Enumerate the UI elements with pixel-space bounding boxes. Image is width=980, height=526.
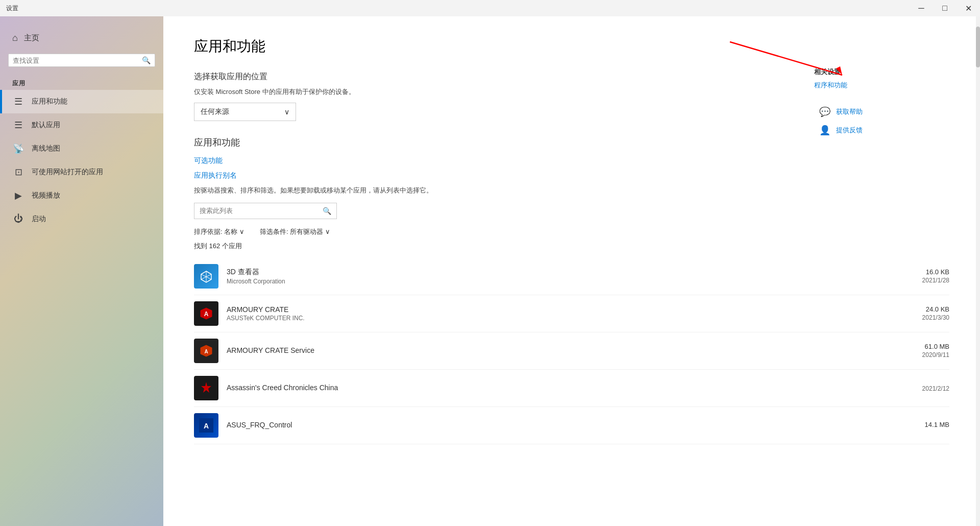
app-icon-assassins-creed [194,376,218,400]
sidebar-item-website-apps-label: 可使用网站打开的应用 [32,168,103,177]
app-icon-asus-frq: A [194,413,218,438]
found-count: 找到 162 个应用 [194,242,949,251]
sidebar-search-icon: 🔍 [142,56,151,64]
sidebar-item-startup-label: 启动 [32,214,46,224]
scrollbar-thumb[interactable] [976,27,980,67]
sidebar-item-video-playback-label: 视频播放 [32,191,60,200]
feedback-link[interactable]: 提供反馈 [836,126,863,135]
sort-filter-row: 排序依据: 名称 ∨ 筛选条件: 所有驱动器 ∨ [194,227,949,236]
source-dropdown-value: 任何来源 [201,107,229,116]
app-size-armoury-crate: 24.0 KB [909,305,949,313]
app-icon-armoury-crate-service: A [194,339,218,363]
home-icon: ⌂ [12,33,18,43]
app-info-3d-viewer: 3D 查看器 Microsoft Corporation [227,268,900,285]
app-size-asus-frq: 14.1 MB [909,421,949,428]
app-date-3d-viewer: 2021/1/28 [909,277,949,284]
sort-label: 排序依据: 名称 [194,227,237,236]
sidebar-item-offline-maps-label: 离线地图 [32,144,60,153]
app-body: ⌂ 主页 🔍 应用 ☰ 应用和功能 ☰ 默认应用 📡 离线地图 ⊡ 可使用网站打… [0,16,980,526]
filter-chevron-icon: ∨ [325,228,330,235]
app-item-asus-frq[interactable]: A ASUS_FRQ_Control 14.1 MB [194,407,949,444]
page-title: 应用和功能 [194,37,949,56]
related-settings-title: 相关设置 [814,67,847,77]
sidebar-item-apps-features[interactable]: ☰ 应用和功能 [0,90,163,113]
list-search-input[interactable] [200,207,323,214]
app-meta-armoury-crate-service: 61.0 MB 2020/9/11 [909,343,949,358]
svg-text:A: A [204,422,209,430]
minimize-button[interactable]: ─ [910,0,933,16]
offline-maps-icon: 📡 [12,143,24,154]
app-item-armoury-crate-service[interactable]: A ARMOURY CRATE Service 61.0 MB 2020/9/1… [194,332,949,370]
app-icon-3d-viewer [194,264,218,289]
app-publisher-armoury-crate: ASUSTeK COMPUTER INC. [227,315,900,322]
sort-option[interactable]: 排序依据: 名称 ∨ [194,227,244,236]
sidebar-item-default-apps-label: 默认应用 [32,121,60,130]
svg-text:A: A [204,310,209,318]
app-execution-alias-link[interactable]: 应用执行别名 [194,171,237,180]
app-meta-armoury-crate: 24.0 KB 2021/3/30 [909,305,949,321]
app-meta-assassins-creed: 2021/2/12 [909,384,949,392]
sidebar-item-video-playback[interactable]: ▶ 视频播放 [0,184,163,207]
sidebar-item-offline-maps[interactable]: 📡 离线地图 [0,137,163,160]
list-description: 按驱动器搜索、排序和筛选。如果想要卸载或移动某个应用，请从列表中选择它。 [194,185,949,196]
app-name-assassins-creed: Assassin's Creed Chronicles China [227,384,900,392]
dropdown-arrow-icon: ∨ [284,108,289,116]
sidebar-section-label: 应用 [0,75,163,90]
sidebar-home-label: 主页 [24,33,39,43]
website-apps-icon: ⊡ [12,166,24,178]
sidebar: ⌂ 主页 🔍 应用 ☰ 应用和功能 ☰ 默认应用 📡 离线地图 ⊡ 可使用网站打… [0,16,163,526]
list-search-box[interactable]: 🔍 [194,203,337,219]
app-name-asus-frq: ASUS_FRQ_Control [227,421,900,429]
sidebar-search-box[interactable]: 🔍 [8,54,155,67]
sidebar-search-input[interactable] [13,57,142,64]
feedback-icon: 👤 [819,124,831,136]
filter-option[interactable]: 筛选条件: 所有驱动器 ∨ [260,227,330,236]
sort-chevron-icon: ∨ [239,228,244,235]
related-settings-panel: 相关设置 程序和功能 [814,67,847,92]
app-meta-asus-frq: 14.1 MB [909,421,949,429]
app-list: 3D 查看器 Microsoft Corporation 16.0 KB 202… [194,258,949,444]
help-section: 💬 获取帮助 👤 提供反馈 [819,106,863,142]
app-meta-3d-viewer: 16.0 KB 2021/1/28 [909,268,949,284]
app-date-assassins-creed: 2021/2/12 [909,385,949,392]
app-date-armoury-crate-service: 2020/9/11 [909,351,949,358]
get-help-icon: 💬 [819,106,831,118]
get-help-item[interactable]: 💬 获取帮助 [819,106,863,118]
app-info-armoury-crate: ARMOURY CRATE ASUSTeK COMPUTER INC. [227,305,900,322]
optional-features-link[interactable]: 可选功能 [194,156,223,165]
video-playback-icon: ▶ [12,190,24,201]
titlebar: 设置 ─ □ ✕ [0,0,980,16]
list-search-icon: 🔍 [323,207,331,215]
app-item-3d-viewer[interactable]: 3D 查看器 Microsoft Corporation 16.0 KB 202… [194,258,949,295]
maximize-button[interactable]: □ [933,0,957,16]
sidebar-item-startup[interactable]: ⏻ 启动 [0,207,163,230]
window-controls: ─ □ ✕ [910,0,980,16]
sidebar-item-default-apps[interactable]: ☰ 默认应用 [0,113,163,137]
programs-features-link[interactable]: 程序和功能 [814,81,847,90]
startup-icon: ⏻ [12,213,24,224]
app-size-armoury-crate-service: 61.0 MB [909,343,949,350]
app-date-armoury-crate: 2021/3/30 [909,314,949,321]
app-item-armoury-crate[interactable]: A ARMOURY CRATE ASUSTeK COMPUTER INC. 24… [194,295,949,332]
apps-features-icon: ☰ [12,96,24,107]
app-info-armoury-crate-service: ARMOURY CRATE Service [227,346,900,355]
svg-text:A: A [204,349,208,354]
get-help-link[interactable]: 获取帮助 [836,107,863,116]
close-button[interactable]: ✕ [957,0,980,16]
app-info-assassins-creed: Assassin's Creed Chronicles China [227,384,900,393]
source-dropdown[interactable]: 任何来源 ∨ [194,103,296,121]
window-title: 设置 [6,4,18,13]
app-publisher-3d-viewer: Microsoft Corporation [227,278,900,285]
app-icon-armoury-crate: A [194,301,218,326]
scrollbar-track[interactable] [976,16,980,526]
app-name-3d-viewer: 3D 查看器 [227,268,900,277]
app-name-armoury-crate: ARMOURY CRATE [227,305,900,314]
sidebar-item-website-apps[interactable]: ⊡ 可使用网站打开的应用 [0,160,163,184]
sidebar-home[interactable]: ⌂ 主页 [0,27,163,50]
app-size-3d-viewer: 16.0 KB [909,268,949,276]
filter-label: 筛选条件: 所有驱动器 [260,227,323,236]
feedback-item[interactable]: 👤 提供反馈 [819,124,863,136]
default-apps-icon: ☰ [12,119,24,131]
main-content: 应用和功能 选择获取应用的位置 仅安装 Microsoft Store 中的应用… [163,16,980,526]
app-item-assassins-creed[interactable]: Assassin's Creed Chronicles China 2021/2… [194,370,949,407]
